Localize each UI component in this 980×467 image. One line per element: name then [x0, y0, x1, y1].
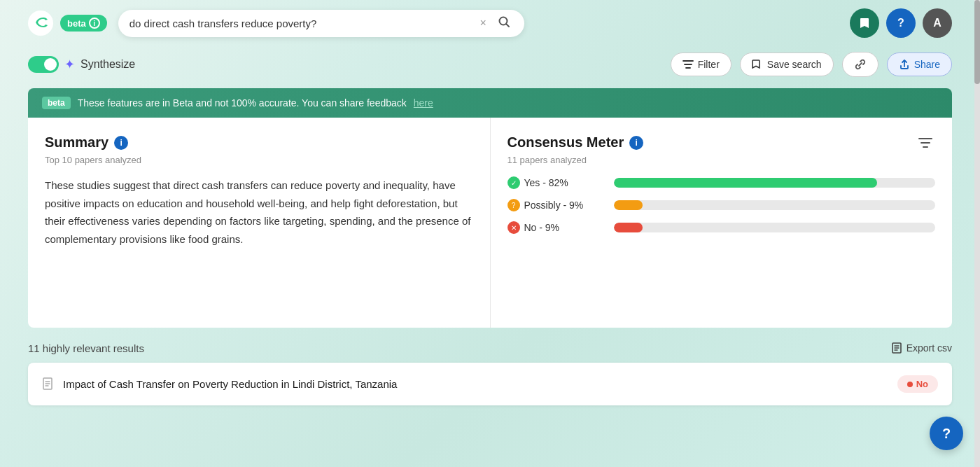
beta-notice-message: These features are in Beta and not 100% …: [78, 97, 407, 109]
possibly-bar-fill: [614, 200, 643, 210]
no-verdict-dot: [907, 382, 913, 387]
no-label: No - 9%: [524, 222, 560, 233]
link-icon: [854, 58, 867, 71]
consensus-info-icon[interactable]: i: [629, 136, 643, 150]
synthesize-label: Synthesize: [80, 58, 135, 71]
export-csv-button[interactable]: Export csv: [891, 342, 952, 354]
search-bar: ×: [118, 10, 524, 37]
consensus-filter-icon: [918, 137, 932, 148]
bar-row-yes: ✓ Yes - 82%: [507, 176, 936, 189]
yes-bar-fill: [614, 178, 878, 188]
yes-label: Yes - 82%: [524, 177, 568, 188]
yes-dot: ✓: [507, 176, 520, 189]
bar-label-no: ✕ No - 9%: [507, 221, 606, 234]
sparkle-icon: ✦: [64, 57, 75, 72]
consensus-panel: Consensus Meter i 11 papers analyzed ✓ Y…: [491, 118, 953, 328]
result-title[interactable]: Impact of Cash Transfer on Poverty Reduc…: [63, 378, 397, 390]
consensus-title-group: Consensus Meter i: [507, 134, 644, 155]
no-bar-fill: [614, 223, 643, 232]
summary-subtitle: Top 10 papers analyzed: [45, 155, 473, 165]
floating-help-button[interactable]: ?: [930, 417, 963, 450]
possibly-label: Possibly - 9%: [524, 200, 584, 211]
toolbar: ✦ Synthesize Filter Save search Share: [0, 46, 980, 88]
bar-label-possibly: ? Possibly - 9%: [507, 199, 606, 211]
search-submit-button[interactable]: [495, 15, 513, 32]
logo-container: beta i: [28, 11, 107, 36]
summary-info-icon[interactable]: i: [114, 136, 128, 150]
export-label: Export csv: [906, 342, 952, 354]
summary-panel: Summary i Top 10 papers analyzed These s…: [28, 118, 491, 328]
avatar-button[interactable]: A: [923, 8, 952, 38]
possibly-bar-track: [614, 200, 936, 210]
synthesize-toggle-switch[interactable]: [28, 56, 59, 73]
consensus-title: Consensus Meter i: [507, 134, 644, 151]
scrollbar-thumb[interactable]: [974, 0, 980, 84]
save-search-button[interactable]: Save search: [740, 53, 834, 76]
save-search-label: Save search: [767, 59, 822, 70]
bar-row-no: ✕ No - 9%: [507, 221, 936, 234]
filter-button[interactable]: Filter: [671, 53, 732, 76]
result-card-left: Impact of Cash Transfer on Poverty Reduc…: [42, 377, 397, 391]
filter-icon: [682, 60, 694, 69]
link-button[interactable]: [842, 52, 878, 77]
no-dot: ✕: [507, 221, 520, 234]
scrollbar-track: [974, 0, 980, 467]
summary-text: These studies suggest that direct cash t…: [45, 176, 473, 248]
synthesize-toggle: ✦ Synthesize: [28, 56, 135, 73]
save-search-icon: [752, 59, 763, 70]
summary-title: Summary i: [45, 134, 473, 151]
search-icon: [498, 15, 510, 28]
avatar-label: A: [933, 17, 941, 29]
share-button[interactable]: Share: [887, 53, 952, 76]
beta-badge-label: beta: [67, 18, 86, 29]
consensus-header: Consensus Meter i: [507, 134, 936, 155]
possibly-dot: ?: [507, 199, 520, 211]
search-clear-button[interactable]: ×: [477, 17, 489, 29]
header: beta i × ? A: [0, 0, 980, 46]
yes-bar-track: [614, 178, 936, 188]
share-icon: [899, 59, 910, 70]
bookmark-icon: [858, 16, 872, 30]
no-verdict-badge: No: [897, 375, 938, 393]
logo-icon: [28, 11, 53, 36]
no-bar-track: [614, 223, 936, 232]
svg-line-2: [506, 24, 509, 27]
filter-label: Filter: [698, 59, 720, 70]
panels-container: Summary i Top 10 papers analyzed These s…: [28, 118, 952, 328]
results-count: 11 highly relevant results: [28, 342, 144, 354]
beta-notice: beta These features are in Beta and not …: [28, 88, 952, 118]
bar-row-possibly: ? Possibly - 9%: [507, 199, 936, 211]
svg-point-0: [28, 11, 53, 36]
consensus-filter-button[interactable]: [916, 134, 935, 155]
help-icon: ?: [897, 17, 904, 29]
bar-label-yes: ✓ Yes - 82%: [507, 176, 606, 189]
consensus-subtitle: 11 papers analyzed: [507, 155, 936, 165]
export-icon: [891, 342, 902, 354]
bookmark-button[interactable]: [850, 8, 879, 38]
beta-info-icon[interactable]: i: [89, 18, 100, 29]
share-label: Share: [914, 59, 940, 70]
doc-icon: [42, 377, 55, 391]
help-button[interactable]: ?: [886, 8, 916, 38]
results-section: 11 highly relevant results Export csv Im…: [0, 328, 980, 419]
feedback-link[interactable]: here: [414, 97, 433, 109]
result-card: Impact of Cash Transfer on Poverty Reduc…: [28, 363, 952, 405]
no-verdict-label: No: [916, 379, 928, 389]
consensus-bars: ✓ Yes - 82% ? Possibly - 9%: [507, 176, 936, 234]
floating-help-icon: ?: [942, 426, 951, 442]
beta-badge: beta i: [60, 15, 107, 32]
search-input[interactable]: [130, 18, 472, 29]
beta-notice-badge: beta: [42, 97, 71, 109]
results-header: 11 highly relevant results Export csv: [28, 342, 952, 354]
header-actions: ? A: [850, 8, 952, 38]
